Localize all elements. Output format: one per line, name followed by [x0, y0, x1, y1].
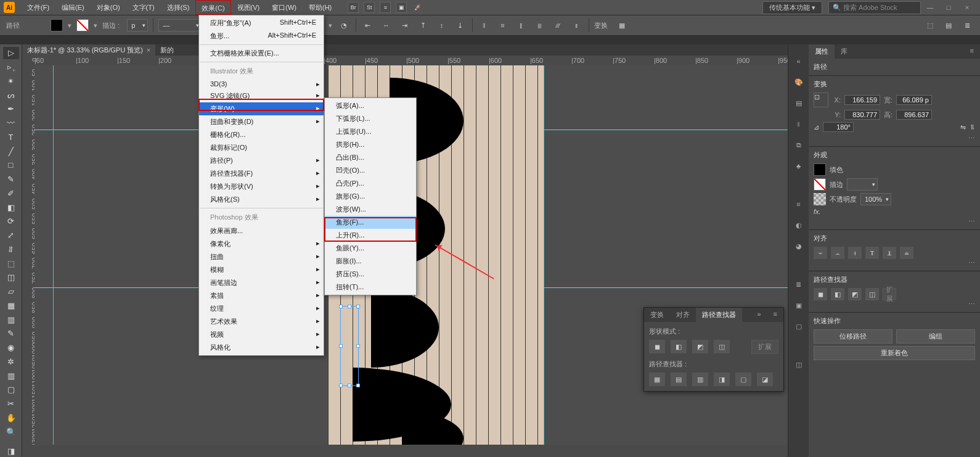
- stroke-weight-input[interactable]: [847, 178, 878, 191]
- magic-wand-tool[interactable]: ✴: [3, 75, 19, 88]
- eyedropper-tool[interactable]: ✎: [3, 327, 19, 340]
- menu-item[interactable]: 文档栅格效果设置(E)...: [199, 47, 324, 60]
- symbol-tool[interactable]: ✲: [3, 356, 19, 368]
- align-hcenter-button[interactable]: ⫠: [831, 247, 844, 259]
- align-bottom-icon[interactable]: ⤓: [454, 19, 467, 32]
- y-input[interactable]: 830.777: [844, 110, 880, 120]
- align-right-icon[interactable]: ⇥: [398, 19, 412, 32]
- fill-stroke-widget[interactable]: ◨: [3, 445, 19, 457]
- menu-help[interactable]: 帮助(H): [303, 0, 338, 15]
- curvature-tool[interactable]: 〰: [3, 117, 19, 130]
- align-hcenter-icon[interactable]: ↔: [380, 19, 393, 32]
- menu-effect[interactable]: 效果(C): [195, 0, 231, 15]
- menu-item[interactable]: 裁剪标记(O): [199, 141, 324, 154]
- brushes-panel-icon[interactable]: ⫴: [792, 117, 806, 131]
- trim-button[interactable]: ▤: [671, 373, 687, 386]
- rectangle-tool[interactable]: □: [3, 159, 19, 171]
- opacity-input[interactable]: 100%: [860, 193, 891, 205]
- group-button[interactable]: 编组: [896, 329, 975, 344]
- menu-type[interactable]: 文字(T): [126, 0, 161, 15]
- menu-select[interactable]: 选择(S): [161, 0, 196, 15]
- divide-button[interactable]: ▦: [649, 373, 665, 386]
- menu-item[interactable]: 凸壳(P)...: [325, 177, 416, 190]
- panel-menu-icon[interactable]: ≡: [767, 308, 783, 322]
- search-stock-input[interactable]: 🔍 搜索 Adobe Stock: [828, 1, 921, 14]
- align-bottom-button[interactable]: ⫨: [900, 247, 913, 259]
- brush-def-dropdown[interactable]: —: [158, 19, 202, 31]
- align-left-icon[interactable]: ⇤: [361, 19, 375, 32]
- transform-ref-icon[interactable]: ▦: [615, 19, 629, 32]
- menu-item[interactable]: 扭曲: [199, 250, 324, 263]
- menu-item[interactable]: 纹理: [199, 302, 324, 315]
- menu-item[interactable]: 凸出(B)...: [325, 151, 416, 164]
- tab-properties[interactable]: 属性: [809, 44, 835, 59]
- menu-view[interactable]: 视图(V): [231, 0, 266, 15]
- stock-icon[interactable]: St: [364, 2, 375, 13]
- dist-sp4-icon[interactable]: ⫾: [570, 19, 584, 32]
- blend-tool[interactable]: ◉: [3, 342, 19, 354]
- menu-item[interactable]: 鱼眼(Y)...: [325, 242, 416, 255]
- menu-item[interactable]: 鱼形(F)...: [325, 216, 416, 229]
- pathfinder-panel[interactable]: 变换 对齐 路径查找器 » ≡ 形状模式 : ◼ ◧ ◩ ◫ 扩展 路径查找器 …: [643, 307, 784, 392]
- offset-path-button[interactable]: 位移路径: [814, 329, 892, 344]
- lasso-tool[interactable]: ᔕ: [3, 89, 19, 101]
- menu-item[interactable]: 风格化(S): [199, 193, 324, 206]
- tab-align[interactable]: 对齐: [670, 308, 696, 322]
- flip-v-icon[interactable]: ⥮: [970, 123, 975, 131]
- gradient-tool[interactable]: ▥: [3, 313, 19, 326]
- line-tool[interactable]: ╱: [3, 145, 19, 157]
- symbols-panel-icon[interactable]: ⧉: [792, 138, 806, 152]
- horizontal-ruler[interactable]: |60|100|150|200|250|300|350|400|450|500|…: [35, 56, 788, 65]
- menu-item[interactable]: 应用"鱼形"(A)Shift+Ctrl+E: [199, 17, 324, 30]
- guide-vertical[interactable]: [53, 65, 54, 445]
- fill-swatch[interactable]: [51, 19, 63, 31]
- stroke-swatch[interactable]: [76, 19, 89, 31]
- shape-builder-tool[interactable]: ◫: [3, 271, 19, 284]
- menu-item[interactable]: 画笔描边: [199, 276, 324, 289]
- swatches-panel-icon[interactable]: ▤: [792, 96, 806, 110]
- fill-swatch[interactable]: [814, 163, 826, 176]
- menu-item[interactable]: SVG 滤镜(G): [199, 89, 324, 102]
- artboards-panel-icon[interactable]: ▢: [792, 319, 806, 333]
- menu-item[interactable]: 弧形(A)...: [325, 99, 416, 112]
- tab-libraries[interactable]: 库: [835, 44, 854, 59]
- menu-item[interactable]: 视频: [199, 328, 324, 341]
- dist-sp2-icon[interactable]: ⫼: [533, 19, 547, 32]
- merge-button[interactable]: ▥: [692, 373, 708, 386]
- vertical-ruler[interactable]: 0501001502002503003504004505005506006507…: [22, 56, 35, 445]
- stroke-panel-icon[interactable]: ♣: [792, 159, 806, 173]
- document-tab-2[interactable]: 新的: [155, 44, 179, 56]
- selection-bounding-box[interactable]: [340, 306, 359, 386]
- unite-button[interactable]: ◼: [649, 340, 665, 353]
- intersect-button[interactable]: ◩: [692, 340, 708, 353]
- width-tool[interactable]: ⥯: [3, 244, 19, 256]
- align-vcenter-icon[interactable]: ↕: [435, 19, 449, 32]
- menu-item[interactable]: 艺术效果: [199, 315, 324, 328]
- minus-back-button[interactable]: ◪: [757, 373, 773, 386]
- expand-button[interactable]: 扩展: [751, 340, 778, 354]
- menu-item[interactable]: 拱形(H)...: [325, 138, 416, 151]
- artboard-tool[interactable]: ▢: [3, 384, 19, 396]
- menu-item[interactable]: 挤压(S)...: [325, 268, 416, 281]
- minus-front-button[interactable]: ◧: [831, 288, 844, 300]
- dist-h-icon[interactable]: ⫴: [478, 19, 491, 32]
- menu-item[interactable]: 上弧形(U)...: [325, 125, 416, 138]
- document-tab-1[interactable]: 未标题-1* @ 33.33% (RGB/GPU 预览)×: [22, 44, 155, 56]
- transparency-panel-icon[interactable]: ◐: [792, 218, 806, 232]
- menu-item[interactable]: 鱼形...Alt+Shift+Ctrl+E: [199, 30, 324, 43]
- stroke-swatch[interactable]: [814, 178, 826, 191]
- menu-item[interactable]: 凹壳(O)...: [325, 164, 416, 177]
- eraser-tool[interactable]: ◧: [3, 201, 19, 213]
- close-button[interactable]: ×: [958, 2, 976, 13]
- gpu-icon[interactable]: ▣: [396, 2, 407, 13]
- w-input[interactable]: 66.089 p: [896, 95, 932, 105]
- align-right-button[interactable]: ⫞: [848, 247, 862, 259]
- h-input[interactable]: 896.637: [896, 110, 932, 120]
- x-input[interactable]: 166.159: [844, 95, 880, 105]
- menu-item[interactable]: 转换为形状(V): [199, 180, 324, 193]
- exclude-button[interactable]: ◫: [714, 340, 730, 353]
- rotate-tool[interactable]: ⟳: [3, 215, 19, 228]
- dist-v-icon[interactable]: ≡: [496, 19, 510, 32]
- minus-front-button[interactable]: ◧: [671, 340, 687, 353]
- recolor-button[interactable]: 重新着色: [814, 346, 975, 360]
